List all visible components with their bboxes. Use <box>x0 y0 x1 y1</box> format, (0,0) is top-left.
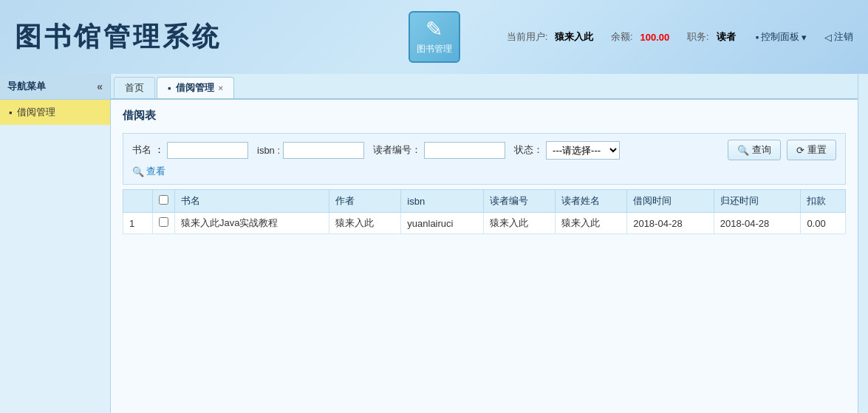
table-row: 1 猿来入此Java实战教程 猿来入此 yuanlairuci 猿来入此 猿来入… <box>123 213 846 234</box>
cell-deduction: 0.00 <box>801 213 846 234</box>
query-button[interactable]: 🔍 查询 <box>728 140 781 160</box>
book-manage-label: 图书管理 <box>417 43 452 55</box>
book-name-label: 书名 <box>132 143 151 157</box>
row-checkbox[interactable] <box>159 217 168 227</box>
search-form: 书名 ： isbn : 读者编号： 状态： <box>123 133 846 185</box>
view-icon: 🔍 <box>132 166 144 177</box>
sidebar-header: 导航菜单 « <box>0 74 110 100</box>
search-buttons: 🔍 查询 ⟳ 重置 <box>728 140 836 160</box>
col-no <box>123 190 153 213</box>
col-reader-name: 读者姓名 <box>555 190 626 213</box>
col-checkbox <box>153 190 175 213</box>
content-area: 首页 ▪ 借阅管理 × 借阅表 书名 ： isbn : <box>111 74 858 413</box>
isbn-label: isbn : <box>257 145 280 156</box>
col-book-name: 书名 <box>175 190 329 213</box>
select-all-checkbox[interactable] <box>159 195 168 205</box>
col-borrow-date: 借阅时间 <box>627 190 714 213</box>
logout-label: 注销 <box>834 30 853 44</box>
isbn-field: isbn : <box>257 142 364 159</box>
sidebar-item-label: 借阅管理 <box>17 106 55 119</box>
tab-borrow-label: 借阅管理 <box>176 81 214 95</box>
balance-value: 100.00 <box>640 32 670 43</box>
reader-no-label: 读者编号： <box>373 143 421 157</box>
table-body: 1 猿来入此Java实战教程 猿来入此 yuanlairuci 猿来入此 猿来入… <box>123 213 846 234</box>
reader-no-field: 读者编号： <box>373 142 505 159</box>
col-isbn: isbn <box>401 190 483 213</box>
col-return-date: 归还时间 <box>714 190 801 213</box>
page-body: 借阅表 书名 ： isbn : 读者编号： <box>111 100 858 413</box>
search-actions: 🔍 查看 <box>132 165 836 178</box>
control-panel-label: 控制面板 <box>761 30 799 44</box>
status-select[interactable]: ---请选择--- 借阅中 已归还 <box>546 141 620 160</box>
control-panel-button[interactable]: ▪ 控制面板 ▾ <box>756 30 807 44</box>
header: 图书馆管理系统 ✎ 图书管理 当前用户: 猿来入此 余额: 100.00 职务:… <box>0 0 868 74</box>
book-manage-button[interactable]: ✎ 图书管理 <box>409 11 460 63</box>
cell-book-name: 猿来入此Java实战教程 <box>175 213 329 234</box>
table-header-row: 书名 作者 isbn 读者编号 读者姓名 借阅时间 归还时间 扣款 <box>123 190 846 213</box>
sidebar-item-borrow[interactable]: ▪ 借阅管理 <box>0 100 110 125</box>
sidebar: 导航菜单 « ▪ 借阅管理 <box>0 74 111 413</box>
cell-reader-name: 猿来入此 <box>555 213 626 234</box>
view-label: 查看 <box>146 165 165 178</box>
col-deduction: 扣款 <box>801 190 846 213</box>
cell-isbn: yuanlairuci <box>401 213 483 234</box>
book-name-field: 书名 ： <box>132 142 248 159</box>
cell-author: 猿来入此 <box>329 213 401 234</box>
system-title: 图书馆管理系统 <box>15 19 222 55</box>
page-title: 借阅表 <box>123 109 846 126</box>
table-header: 书名 作者 isbn 读者编号 读者姓名 借阅时间 归还时间 扣款 <box>123 190 846 213</box>
tab-borrow-icon: ▪ <box>168 83 171 94</box>
logout-button[interactable]: ◁ 注销 <box>824 30 853 44</box>
data-table: 书名 作者 isbn 读者编号 读者姓名 借阅时间 归还时间 扣款 1 猿来入此… <box>123 189 846 234</box>
user-name: 猿来入此 <box>555 30 593 44</box>
status-label: 状态： <box>514 143 543 157</box>
col-author: 作者 <box>329 190 401 213</box>
tab-home[interactable]: 首页 <box>114 77 155 98</box>
tab-borrow[interactable]: ▪ 借阅管理 × <box>157 77 234 98</box>
edit-icon: ✎ <box>426 19 442 40</box>
cell-no: 1 <box>123 213 153 234</box>
book-manage-icon-box[interactable]: ✎ 图书管理 <box>409 11 460 63</box>
cell-checkbox[interactable] <box>153 213 175 234</box>
isbn-input[interactable] <box>283 142 364 159</box>
header-user-info: 当前用户: 猿来入此 余额: 100.00 职务: 读者 ▪ 控制面板 ▾ ◁ … <box>507 0 853 74</box>
cell-borrow-date: 2018-04-28 <box>627 213 714 234</box>
cell-return-date: 2018-04-28 <box>714 213 801 234</box>
tabs-bar: 首页 ▪ 借阅管理 × <box>111 74 858 100</box>
right-scrollbar[interactable] <box>858 74 868 413</box>
balance-label: 余额: <box>611 30 633 44</box>
col-reader-no: 读者编号 <box>483 190 555 213</box>
query-label: 查询 <box>752 143 771 157</box>
book-name-input[interactable] <box>167 142 248 159</box>
logout-icon: ◁ <box>824 32 832 43</box>
main-layout: 导航菜单 « ▪ 借阅管理 首页 ▪ 借阅管理 × 借阅表 <box>0 74 868 413</box>
sidebar-title: 导航菜单 <box>7 80 46 93</box>
reader-no-input[interactable] <box>424 142 505 159</box>
reset-button[interactable]: ⟳ 重置 <box>787 140 836 160</box>
tab-borrow-close[interactable]: × <box>219 83 223 92</box>
control-panel-icon: ▪ <box>756 32 759 43</box>
user-label: 当前用户: <box>507 30 548 44</box>
status-field: 状态： ---请选择--- 借阅中 已归还 <box>514 141 620 160</box>
search-icon: 🔍 <box>737 145 749 156</box>
chevron-down-icon: ▾ <box>802 32 807 43</box>
view-link[interactable]: 🔍 查看 <box>132 165 165 178</box>
search-row: 书名 ： isbn : 读者编号： 状态： <box>132 140 836 160</box>
refresh-icon: ⟳ <box>796 145 804 156</box>
role-label: 职务: <box>687 30 709 44</box>
reset-label: 重置 <box>807 143 827 157</box>
sidebar-collapse-button[interactable]: « <box>97 81 103 92</box>
sidebar-item-icon: ▪ <box>9 107 13 118</box>
role-value: 读者 <box>717 30 736 44</box>
cell-reader-no: 猿来入此 <box>483 213 555 234</box>
tab-home-label: 首页 <box>125 81 144 95</box>
